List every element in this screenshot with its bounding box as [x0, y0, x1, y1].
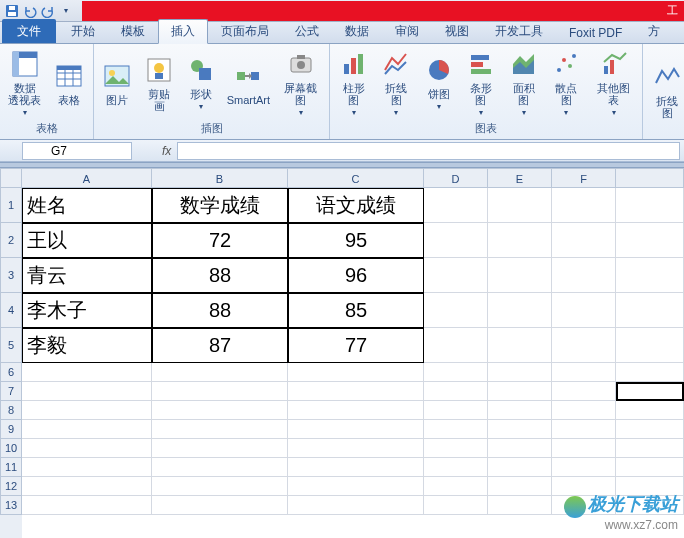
- smartart-button[interactable]: SmartArt: [224, 58, 272, 108]
- cell[interactable]: 李毅: [22, 328, 152, 363]
- tab-foxit-pdf[interactable]: Foxit PDF: [556, 22, 635, 43]
- clipart-button[interactable]: 剪贴画: [140, 52, 179, 114]
- cell[interactable]: 语文成绩: [288, 188, 424, 223]
- col-header[interactable]: D: [424, 168, 488, 188]
- svg-rect-30: [471, 69, 491, 74]
- row-header[interactable]: 7: [0, 382, 22, 401]
- row-header[interactable]: 11: [0, 458, 22, 477]
- row-header[interactable]: 12: [0, 477, 22, 496]
- watermark-text: 极光下载站: [588, 494, 678, 514]
- chevron-down-icon: ▾: [564, 108, 568, 117]
- line-chart-button[interactable]: 折线图▾: [377, 46, 416, 119]
- tab-review[interactable]: 审阅: [382, 19, 432, 43]
- cell[interactable]: [616, 188, 684, 223]
- qat-dropdown-icon[interactable]: ▾: [58, 3, 74, 19]
- svg-point-31: [557, 68, 561, 72]
- pivot-label: 数据 透视表: [8, 82, 41, 106]
- tab-data[interactable]: 数据: [332, 19, 382, 43]
- row-header[interactable]: 2: [0, 223, 22, 258]
- cell[interactable]: 88: [152, 293, 288, 328]
- cell[interactable]: 数学成绩: [152, 188, 288, 223]
- row-header[interactable]: 4: [0, 293, 22, 328]
- picture-button[interactable]: 图片: [98, 58, 136, 108]
- cell[interactable]: 87: [152, 328, 288, 363]
- tab-view[interactable]: 视图: [432, 19, 482, 43]
- cell[interactable]: [424, 188, 488, 223]
- chevron-down-icon: ▾: [352, 108, 356, 117]
- cell[interactable]: 96: [288, 258, 424, 293]
- name-box[interactable]: G7: [22, 142, 132, 160]
- select-all-corner[interactable]: [0, 168, 22, 188]
- row-header[interactable]: 10: [0, 439, 22, 458]
- cell[interactable]: 姓名: [22, 188, 152, 223]
- svg-point-33: [568, 64, 572, 68]
- col-header[interactable]: A: [22, 168, 152, 188]
- formula-input[interactable]: [177, 142, 680, 160]
- cells-area[interactable]: 姓名 数学成绩 语文成绩 王以 72 95 青云 88 96 李: [22, 188, 684, 515]
- save-icon[interactable]: [4, 3, 20, 19]
- chevron-down-icon: ▾: [299, 108, 303, 117]
- screenshot-icon: [285, 48, 317, 80]
- tab-developer[interactable]: 开发工具: [482, 19, 556, 43]
- row-header[interactable]: 8: [0, 401, 22, 420]
- table-row: 李木子 88 85: [22, 293, 684, 328]
- tab-page-layout[interactable]: 页面布局: [208, 19, 282, 43]
- cell[interactable]: 77: [288, 328, 424, 363]
- cell[interactable]: 青云: [22, 258, 152, 293]
- chevron-down-icon: ▾: [437, 102, 441, 111]
- cell[interactable]: 88: [152, 258, 288, 293]
- sparkline-button[interactable]: 折线图: [647, 59, 684, 121]
- tab-formulas[interactable]: 公式: [282, 19, 332, 43]
- cell[interactable]: 72: [152, 223, 288, 258]
- row-header[interactable]: 13: [0, 496, 22, 515]
- screenshot-button[interactable]: 屏幕截图 ▾: [277, 46, 326, 119]
- tab-template[interactable]: 模板: [108, 19, 158, 43]
- pie-chart-button[interactable]: 饼图▾: [420, 52, 458, 113]
- grid[interactable]: A B C D E F 姓名 数学成绩 语文成绩 王以 72 95: [22, 168, 684, 538]
- cell[interactable]: 李木子: [22, 293, 152, 328]
- chevron-down-icon: ▾: [394, 108, 398, 117]
- cell[interactable]: 王以: [22, 223, 152, 258]
- svg-rect-18: [199, 68, 211, 80]
- watermark: 极光下载站 www.xz7.com: [564, 492, 678, 532]
- table-row: [22, 458, 684, 477]
- window-title-band: 工: [82, 1, 684, 21]
- svg-rect-25: [351, 58, 356, 74]
- row-header[interactable]: 3: [0, 258, 22, 293]
- cell[interactable]: [552, 188, 616, 223]
- row-header[interactable]: 1: [0, 188, 22, 223]
- pivot-table-button[interactable]: 数据 透视表 ▾: [4, 46, 45, 119]
- bar-chart-button[interactable]: 条形图▾: [462, 46, 501, 119]
- svg-rect-19: [237, 72, 245, 80]
- col-header[interactable]: F: [552, 168, 616, 188]
- cell[interactable]: 95: [288, 223, 424, 258]
- sparkline-icon: [651, 61, 683, 93]
- tab-insert[interactable]: 插入: [158, 19, 208, 44]
- column-chart-button[interactable]: 柱形图▾: [334, 46, 373, 119]
- fx-icon[interactable]: fx: [162, 144, 171, 158]
- tab-file[interactable]: 文件: [2, 19, 56, 43]
- tab-more[interactable]: 方: [635, 19, 673, 43]
- shapes-button[interactable]: 形状 ▾: [182, 52, 220, 113]
- table-button[interactable]: 表格: [49, 58, 89, 108]
- other-chart-button[interactable]: 其他图表▾: [590, 46, 639, 119]
- ribbon-tabs: 文件 开始 模板 插入 页面布局 公式 数据 审阅 视图 开发工具 Foxit …: [0, 22, 684, 44]
- svg-point-22: [297, 61, 305, 69]
- scatter-chart-button[interactable]: 散点图▾: [547, 46, 586, 119]
- redo-icon[interactable]: [40, 3, 56, 19]
- row-header[interactable]: 9: [0, 420, 22, 439]
- shapes-icon: [185, 54, 217, 86]
- col-header[interactable]: E: [488, 168, 552, 188]
- tab-home[interactable]: 开始: [58, 19, 108, 43]
- cell[interactable]: 85: [288, 293, 424, 328]
- area-chart-button[interactable]: 面积图▾: [504, 46, 543, 119]
- cell[interactable]: [488, 188, 552, 223]
- undo-icon[interactable]: [22, 3, 38, 19]
- row-header[interactable]: 6: [0, 363, 22, 382]
- row-header[interactable]: 5: [0, 328, 22, 363]
- col-header[interactable]: C: [288, 168, 424, 188]
- col-header[interactable]: B: [152, 168, 288, 188]
- col-header[interactable]: [616, 168, 684, 188]
- svg-rect-24: [344, 64, 349, 74]
- group-label-tables: 表格: [4, 119, 89, 139]
